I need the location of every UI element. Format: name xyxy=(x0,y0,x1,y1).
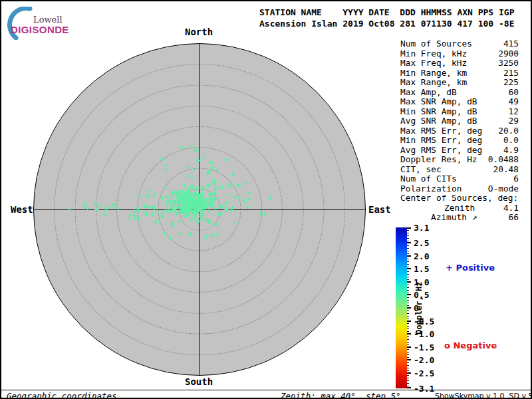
stat-label: Max Range, km xyxy=(400,78,503,88)
stat-row: Max Amp, dB60 xyxy=(400,88,519,98)
stat-label: Min SNR Amp, dB xyxy=(400,107,509,117)
coordinates-note: Geographic coordinates xyxy=(7,391,117,399)
center-of-sources-label: Center of Sources, deg: xyxy=(400,194,519,203)
version-note: ShowSkymap v 1.0 SD v 5.1 xyxy=(435,392,532,399)
stat-value: 225 xyxy=(503,78,519,88)
stat-label: Max RMS Err, deg xyxy=(400,126,498,136)
colorbar-tick xyxy=(407,268,411,269)
stat-label: Max Amp, dB xyxy=(400,88,509,98)
stat-label: Min Range, km xyxy=(400,68,503,78)
stat-row: CIT, sec20.48 xyxy=(400,165,519,175)
colorbar-tick xyxy=(407,321,411,322)
stat-value: 20.0 xyxy=(498,126,519,136)
stat-label: Avg RMS Err, deg xyxy=(400,146,503,156)
stat-value: O-mode xyxy=(488,184,519,194)
colorbar-tick xyxy=(407,387,411,388)
stat-value: 12 xyxy=(509,107,519,117)
skymap-window: Lowell DIGISONDE STATION NAME YYYY DATE … xyxy=(0,0,532,399)
lowell-digisonde-logo: Lowell DIGISONDE xyxy=(7,5,106,36)
compass-south-label: South xyxy=(185,376,213,387)
stat-row: Avg SNR Amp, dB29 xyxy=(400,116,519,126)
stat-value: 215 xyxy=(503,68,519,78)
stat-value: 49 xyxy=(509,97,519,107)
stat-label: Min Freq, kHz xyxy=(400,49,498,59)
skymap-plot xyxy=(33,43,366,376)
compass-west-label: West xyxy=(11,204,33,215)
stat-value: 66 xyxy=(509,213,519,223)
stat-label: CIT, sec xyxy=(400,165,493,175)
stat-row: Min RMS Err, deg0.0 xyxy=(400,136,519,146)
doppler-colorbar: 3.12.52.01.51.00.50-0.5-1.0-1.5-2.0-2.5-… xyxy=(396,227,407,388)
stat-label: Max Freq, kHz xyxy=(400,59,498,68)
stat-label: Zenith xyxy=(400,203,503,213)
colorbar-tick xyxy=(407,255,411,257)
stat-row: PolarizationO-mode xyxy=(400,184,519,194)
stat-row: Num of CITs6 xyxy=(400,174,519,184)
center-of-sources-header: Center of Sources, deg: xyxy=(400,194,519,203)
header-values-line: Ascension Islan 2019 Oct08 281 071130 41… xyxy=(259,19,515,29)
colorbar-tick xyxy=(407,242,411,243)
colorbar-tick xyxy=(407,307,411,309)
stat-label: Azimuth ↗ xyxy=(400,213,509,223)
colorbar-tick-label: -2.0 xyxy=(414,355,434,365)
stat-value: 20.48 xyxy=(493,165,519,175)
colorbar-tick xyxy=(407,294,411,295)
stat-label: Doppler Res, Hz xyxy=(400,155,488,165)
stat-value: 0.0 xyxy=(503,136,519,146)
stat-value: 2900 xyxy=(498,49,519,59)
colorbar-tick xyxy=(407,372,411,374)
footer-bar: Geographic coordinates Zenith: max 40° s… xyxy=(1,390,531,399)
stat-value: 60 xyxy=(509,88,519,98)
colorbar-tick xyxy=(407,281,411,283)
stat-row: Doppler Res, Hz0.0488 xyxy=(400,155,519,165)
stat-row: Min Range, km215 xyxy=(400,68,519,78)
stat-label: Polarization xyxy=(400,184,488,194)
stat-value: 4.9 xyxy=(503,146,519,156)
colorbar-tick xyxy=(407,346,411,348)
center-of-sources-rows: Zenith4.1Azimuth ↗66 xyxy=(400,203,519,223)
stat-label: Min RMS Err, deg xyxy=(400,136,503,146)
stat-value: 29 xyxy=(509,116,519,126)
stat-label: Avg SNR Amp, dB xyxy=(400,116,509,126)
source-markers xyxy=(68,145,273,240)
colorbar-tick xyxy=(407,359,411,360)
stats-panel: Num of Sources415Min Freq, kHz2900Max Fr… xyxy=(400,39,519,223)
colorbar-tick-label: -2.5 xyxy=(414,368,434,378)
colorbar-tick-label: 2.5 xyxy=(414,238,429,248)
compass-east-label: East xyxy=(368,204,391,215)
stat-row: Max Range, km225 xyxy=(400,78,519,88)
stat-row: Azimuth ↗66 xyxy=(400,213,519,223)
stat-label: Num of Sources xyxy=(400,39,503,49)
stat-value: 415 xyxy=(503,39,519,49)
stat-row: Max SNR Amp, dB49 xyxy=(400,97,519,107)
stats-rows: Num of Sources415Min Freq, kHz2900Max Fr… xyxy=(400,39,519,194)
colorbar-tick xyxy=(407,227,411,229)
zenith-range-note: Zenith: max 40° step 5° xyxy=(281,391,401,399)
stat-row: Max Freq, kHz3250 xyxy=(400,59,519,68)
colorbar-title: Doppler, Hz xyxy=(414,270,424,346)
stat-row: Min SNR Amp, dB12 xyxy=(400,107,519,117)
colorbar-tick xyxy=(407,333,411,334)
stat-row: Max RMS Err, deg20.0 xyxy=(400,126,519,136)
colorbar-tick-label: 2.0 xyxy=(414,251,429,261)
stat-value: 4.1 xyxy=(503,203,519,213)
stat-value: 6 xyxy=(513,174,519,184)
colorbar-tick-label: 3.1 xyxy=(414,223,429,233)
stat-row: Min Freq, kHz2900 xyxy=(400,49,519,59)
header-columns-line: STATION NAME YYYY DATE DDD HHMMSS AXN PP… xyxy=(259,7,515,17)
stat-row: Num of Sources415 xyxy=(400,39,519,49)
compass-north-label: North xyxy=(185,27,213,37)
stat-label: Max SNR Amp, dB xyxy=(400,97,509,107)
logo-digisonde-text: DIGISONDE xyxy=(11,24,69,35)
stat-row: Zenith4.1 xyxy=(400,203,519,213)
source-scatter xyxy=(33,43,366,376)
legend-negative: o Negative xyxy=(444,340,497,350)
stat-value: 0.0488 xyxy=(488,155,519,165)
stat-label: Num of CITs xyxy=(400,174,513,184)
logo-lowell-text: Lowell xyxy=(33,15,63,25)
station-header: STATION NAME YYYY DATE DDD HHMMSS AXN PP… xyxy=(259,7,515,29)
stat-row: Avg RMS Err, deg4.9 xyxy=(400,146,519,156)
legend-positive: + Positive xyxy=(446,263,495,273)
stat-value: 3250 xyxy=(498,59,519,68)
